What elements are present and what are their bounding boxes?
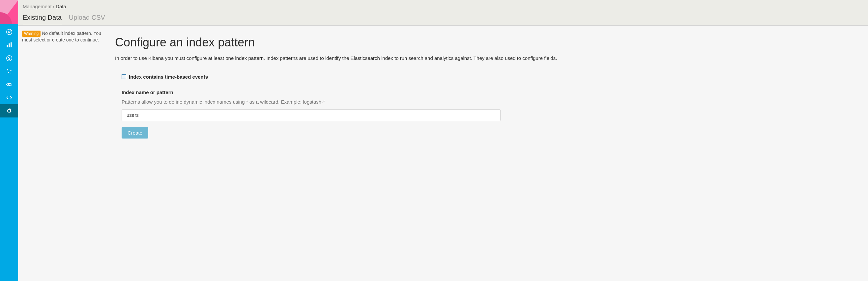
page-description: In order to use Kibana you must configur… [115, 55, 840, 62]
breadcrumb-separator: / [53, 4, 54, 9]
warning-badge: Warning [22, 31, 40, 37]
nav-discover[interactable] [0, 25, 18, 38]
svg-point-8 [7, 69, 8, 70]
nav-sense[interactable] [0, 78, 18, 91]
header: Management / Data Existing Data Upload C… [18, 0, 868, 26]
compass-icon [6, 29, 12, 35]
nav-timelion[interactable] [0, 65, 18, 78]
svg-point-11 [10, 73, 11, 74]
main-area: Management / Data Existing Data Upload C… [18, 0, 868, 281]
nav-management[interactable] [0, 104, 18, 117]
bar-chart-icon [6, 42, 12, 48]
eye-icon [6, 81, 12, 88]
gear-icon [6, 108, 12, 114]
left-panel: WarningNo default index pattern. You mus… [18, 26, 106, 281]
svg-point-2 [6, 29, 12, 35]
svg-rect-6 [10, 42, 11, 47]
breadcrumb: Management / Data [23, 0, 863, 11]
time-based-checkbox-row: Index contains time-based events [122, 74, 860, 80]
breadcrumb-current: Data [56, 4, 66, 9]
index-name-label: Index name or pattern [122, 90, 860, 95]
index-name-input[interactable] [122, 109, 501, 121]
time-based-checkbox[interactable] [122, 74, 126, 79]
index-name-help: Patterns allow you to define dynamic ind… [122, 99, 860, 105]
circle-s-icon [6, 55, 12, 62]
main-panel: Configure an index pattern In order to u… [106, 26, 868, 281]
svg-point-9 [10, 70, 11, 71]
svg-marker-3 [8, 31, 10, 33]
nav-visualize[interactable] [0, 38, 18, 52]
code-icon [6, 95, 12, 101]
time-based-checkbox-label: Index contains time-based events [129, 74, 208, 80]
tab-existing-data[interactable]: Existing Data [23, 12, 62, 25]
nav-items [0, 24, 18, 281]
breadcrumb-parent[interactable]: Management [23, 4, 52, 9]
page-title: Configure an index pattern [115, 36, 860, 49]
svg-rect-5 [8, 43, 9, 47]
tabs: Existing Data Upload CSV [23, 12, 863, 25]
tab-upload-csv[interactable]: Upload CSV [69, 12, 105, 25]
svg-point-12 [8, 84, 10, 85]
form-section: Index contains time-based events Index n… [115, 74, 860, 139]
warning-box: WarningNo default index pattern. You mus… [22, 30, 102, 43]
svg-rect-4 [7, 45, 7, 47]
sparkles-icon [6, 68, 12, 75]
nav-dashboard[interactable] [0, 52, 18, 65]
content-row: WarningNo default index pattern. You mus… [18, 26, 868, 281]
sidebar [0, 0, 18, 281]
kibana-logo[interactable] [0, 0, 18, 24]
nav-devtools[interactable] [0, 91, 18, 104]
svg-point-10 [8, 72, 9, 73]
create-button[interactable]: Create [122, 127, 148, 139]
